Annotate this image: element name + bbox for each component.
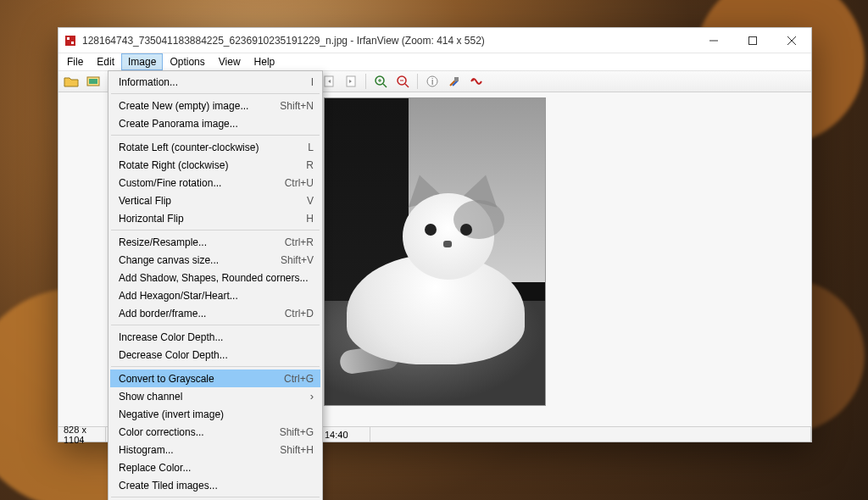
- menu-item[interactable]: Create Tiled images...: [110, 476, 320, 494]
- menu-item-accelerator: Shift+N: [273, 100, 314, 112]
- window-controls: [694, 28, 811, 53]
- menu-item[interactable]: Horizontal FlipH: [110, 209, 320, 227]
- menu-item-label: Convert to Grayscale: [119, 373, 277, 385]
- menu-item[interactable]: Replace Color...: [110, 458, 320, 476]
- menu-item-label: Custom/Fine rotation...: [119, 177, 278, 189]
- status-time: 14:40: [320, 427, 370, 442]
- menu-item-accelerator: Ctrl+R: [278, 236, 314, 248]
- svg-rect-8: [89, 79, 97, 84]
- irfanview-icon[interactable]: [467, 72, 486, 91]
- menu-item-label: Add Shadow, Shapes, Rounded corners...: [119, 272, 314, 284]
- zoom-in-icon[interactable]: [371, 72, 390, 91]
- menu-item[interactable]: Convert to GrayscaleCtrl+G: [110, 369, 320, 387]
- menu-file[interactable]: File: [60, 53, 90, 70]
- menu-item[interactable]: Create Panorama image...: [110, 114, 320, 132]
- menu-item-accelerator: H: [299, 213, 314, 225]
- menu-item-accelerator: Shift+H: [273, 444, 314, 456]
- image-menu-dropdown: Information...ICreate New (empty) image.…: [108, 70, 323, 500]
- menu-separator: [111, 366, 320, 367]
- settings-icon[interactable]: [445, 72, 464, 91]
- menu-item[interactable]: Show channel: [110, 387, 320, 405]
- menu-item[interactable]: Create New (empty) image...Shift+N: [110, 97, 320, 114]
- menu-image[interactable]: Image: [121, 53, 163, 70]
- status-cell: [370, 427, 811, 442]
- slideshow-icon[interactable]: [84, 72, 103, 91]
- menu-item-accelerator: Shift+V: [274, 254, 314, 266]
- minimize-button[interactable]: [694, 28, 733, 53]
- svg-rect-4: [749, 36, 757, 44]
- menu-item[interactable]: Rotate Right (clockwise)R: [110, 156, 320, 174]
- next-page-icon[interactable]: [342, 72, 360, 91]
- open-icon[interactable]: [62, 72, 81, 91]
- menu-item[interactable]: Color corrections...Shift+G: [110, 423, 320, 441]
- menu-item-label: Create Tiled images...: [119, 480, 314, 492]
- menu-item-accelerator: R: [299, 159, 314, 171]
- menu-item-accelerator: Shift+G: [273, 426, 314, 438]
- menu-item[interactable]: Decrease Color Depth...: [110, 346, 320, 364]
- menu-item-label: Change canvas size...: [119, 254, 274, 266]
- menu-item-accelerator: Ctrl+D: [278, 308, 314, 319]
- menu-item[interactable]: Rotate Left (counter-clockwise)L: [110, 138, 320, 156]
- toolbar-separator: [365, 74, 366, 89]
- menu-item-label: Negative (invert image): [119, 408, 314, 420]
- window-title: 128164743_735041183884225_62369102351912…: [82, 35, 485, 47]
- chevron-right-icon: [305, 390, 314, 403]
- menu-edit[interactable]: Edit: [90, 53, 121, 70]
- svg-text:i: i: [431, 77, 433, 86]
- menu-item[interactable]: Histogram...Shift+H: [110, 441, 320, 458]
- svg-line-32: [405, 84, 409, 87]
- menu-item[interactable]: Increase Color Depth...: [110, 328, 320, 346]
- menu-item[interactable]: Add Hexagon/Star/Heart...: [110, 286, 320, 304]
- svg-point-39: [472, 79, 475, 81]
- menu-item[interactable]: Information...I: [110, 73, 320, 91]
- menu-item-label: Show channel: [119, 391, 305, 403]
- svg-rect-2: [71, 42, 74, 44]
- menu-item[interactable]: Change canvas size...Shift+V: [110, 251, 320, 269]
- menu-separator: [111, 230, 320, 231]
- menu-item-accelerator: I: [304, 76, 314, 88]
- menu-help[interactable]: Help: [248, 53, 282, 70]
- status-dimensions: 828 x 1104: [58, 427, 106, 442]
- menu-item[interactable]: Add Shadow, Shapes, Rounded corners...: [110, 269, 320, 286]
- svg-rect-38: [454, 77, 459, 81]
- app-window: 128164743_735041183884225_62369102351912…: [58, 27, 812, 442]
- menu-item-label: Information...: [119, 76, 304, 88]
- svg-rect-0: [65, 36, 75, 46]
- menu-item-label: Create New (empty) image...: [119, 100, 273, 112]
- menu-item-label: Increase Color Depth...: [119, 331, 314, 343]
- menu-item-label: Decrease Color Depth...: [119, 349, 314, 361]
- menu-item[interactable]: Custom/Fine rotation...Ctrl+U: [110, 174, 320, 192]
- svg-line-28: [383, 84, 387, 87]
- menu-item[interactable]: Add border/frame...Ctrl+D: [110, 304, 320, 322]
- menu-item-label: Vertical Flip: [119, 195, 300, 207]
- menu-item[interactable]: Resize/Resample...Ctrl+R: [110, 233, 320, 251]
- menu-item-label: Rotate Right (clockwise): [119, 159, 299, 171]
- menu-item[interactable]: Negative (invert image): [110, 405, 320, 423]
- menu-separator: [111, 135, 320, 136]
- menu-bar: File Edit Image Options View Help Inform…: [58, 53, 811, 70]
- close-button[interactable]: [772, 28, 811, 53]
- menu-view[interactable]: View: [212, 53, 248, 70]
- menu-options[interactable]: Options: [163, 53, 211, 70]
- menu-item-label: Replace Color...: [119, 462, 314, 474]
- toolbar-separator: [417, 74, 418, 89]
- menu-item-label: Create Panorama image...: [119, 118, 314, 130]
- image-content: [324, 97, 546, 406]
- menu-item-label: Add Hexagon/Star/Heart...: [119, 290, 314, 302]
- menu-item-accelerator: Ctrl+U: [278, 177, 314, 189]
- zoom-out-icon[interactable]: [393, 72, 412, 91]
- menu-item[interactable]: Vertical FlipV: [110, 192, 320, 209]
- menu-item-label: Color corrections...: [119, 426, 273, 438]
- menu-item-label: Rotate Left (counter-clockwise): [119, 142, 301, 153]
- menu-item-label: Add border/frame...: [119, 308, 278, 319]
- svg-rect-1: [67, 37, 70, 40]
- title-bar: 128164743_735041183884225_62369102351912…: [58, 28, 811, 53]
- app-icon: [64, 34, 77, 47]
- menu-item-accelerator: V: [300, 195, 314, 207]
- menu-separator: [111, 93, 320, 94]
- menu-item-label: Horizontal Flip: [119, 213, 299, 225]
- menu-item-label: Resize/Resample...: [119, 236, 278, 248]
- maximize-button[interactable]: [733, 28, 772, 53]
- menu-item-label: Histogram...: [119, 444, 273, 456]
- info-icon[interactable]: i: [423, 72, 442, 91]
